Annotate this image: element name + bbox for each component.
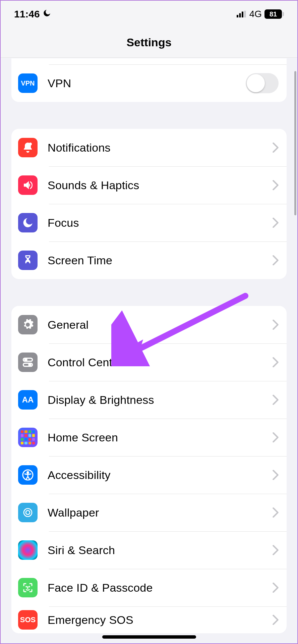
vpn-icon: VPN: [18, 73, 38, 93]
svg-rect-1: [239, 13, 241, 18]
row-label: Display & Brightness: [48, 393, 273, 407]
status-bar: 11:46 4G 81: [1, 1, 297, 28]
scroll-indicator: [294, 71, 296, 215]
svg-point-4: [29, 143, 32, 146]
settings-group-device: General Control Centre AA Display & Brig…: [11, 306, 287, 633]
row-vpn[interactable]: VPN VPN: [11, 64, 287, 102]
home-screen-icon: [18, 428, 38, 447]
row-focus[interactable]: Focus: [11, 204, 287, 241]
row-label: General: [48, 318, 273, 331]
status-time: 11:46: [14, 8, 40, 20]
svg-rect-0: [237, 15, 238, 18]
sos-icon-text: SOS: [20, 615, 36, 624]
chevron-right-icon: [273, 143, 279, 153]
chevron-right-icon: [273, 357, 279, 367]
svg-point-13: [29, 586, 30, 587]
row-label: Accessibility: [48, 469, 273, 482]
row-home-screen[interactable]: Home Screen: [11, 419, 287, 456]
chevron-right-icon: [273, 583, 279, 593]
network-type-label: 4G: [249, 9, 262, 19]
dnd-moon-icon: [43, 8, 51, 20]
row-sounds-haptics[interactable]: Sounds & Haptics: [11, 166, 287, 204]
svg-point-8: [29, 364, 31, 366]
row-label: Face ID & Passcode: [48, 581, 273, 594]
row-label: Home Screen: [48, 431, 273, 444]
vpn-toggle[interactable]: [246, 73, 279, 93]
row-control-centre[interactable]: Control Centre: [11, 343, 287, 381]
sounds-icon: [18, 175, 38, 195]
svg-point-10: [27, 472, 29, 473]
row-label: Focus: [48, 216, 273, 229]
chevron-right-icon: [273, 255, 279, 265]
row-label: Sounds & Haptics: [48, 179, 273, 192]
notifications-icon: [18, 138, 38, 157]
row-emergency-sos[interactable]: SOS Emergency SOS: [11, 606, 287, 633]
svg-point-11: [26, 511, 30, 515]
row-label: Wallpaper: [48, 506, 273, 519]
page-title-label: Settings: [126, 36, 171, 49]
row-siri-search[interactable]: Siri & Search: [11, 531, 287, 569]
chevron-right-icon: [273, 395, 279, 405]
faceid-icon: [18, 578, 38, 597]
chevron-right-icon: [273, 218, 279, 228]
siri-icon: [18, 540, 38, 560]
battery-icon: 81: [264, 9, 284, 19]
vpn-icon-text: VPN: [21, 79, 35, 87]
row-label: Screen Time: [48, 254, 273, 267]
settings-scroll[interactable]: VPN VPN Notifications Sounds & Haptics: [1, 58, 297, 643]
svg-rect-2: [242, 12, 243, 18]
settings-group-attention: Notifications Sounds & Haptics Focus Scr…: [11, 129, 287, 279]
row-label: VPN: [48, 77, 246, 90]
row-label: Emergency SOS: [48, 613, 273, 627]
row-label: Notifications: [48, 141, 273, 154]
row-label: Siri & Search: [48, 544, 273, 557]
status-right: 4G 81: [237, 9, 284, 19]
settings-group-network: VPN VPN: [11, 58, 287, 102]
sos-icon: SOS: [18, 610, 38, 630]
accessibility-icon: [18, 465, 38, 485]
row-accessibility[interactable]: Accessibility: [11, 456, 287, 494]
wallpaper-icon: [18, 503, 38, 522]
home-indicator: [102, 635, 196, 639]
focus-icon: [18, 213, 38, 232]
status-left: 11:46: [14, 8, 51, 20]
row-faceid-passcode[interactable]: Face ID & Passcode: [11, 569, 287, 606]
row-notifications[interactable]: Notifications: [11, 129, 287, 166]
svg-point-6: [25, 359, 27, 361]
row-general[interactable]: General: [11, 306, 287, 343]
control-centre-icon: [18, 353, 38, 372]
chevron-right-icon: [273, 545, 279, 555]
row-wallpaper[interactable]: Wallpaper: [11, 494, 287, 531]
aa-icon-text: AA: [22, 395, 34, 405]
chevron-right-icon: [273, 320, 279, 330]
chevron-right-icon: [273, 432, 279, 442]
chevron-right-icon: [273, 615, 279, 625]
chevron-right-icon: [273, 180, 279, 190]
svg-point-12: [26, 586, 27, 587]
general-gear-icon: [18, 315, 38, 334]
page-title: Settings: [1, 28, 297, 58]
svg-rect-3: [244, 11, 246, 17]
row-display-brightness[interactable]: AA Display & Brightness: [11, 381, 287, 419]
cellular-signal-icon: [237, 11, 247, 17]
screen-time-icon: [18, 251, 38, 270]
display-brightness-icon: AA: [18, 390, 38, 410]
row-screen-time[interactable]: Screen Time: [11, 241, 287, 279]
row-prev-hidden[interactable]: [11, 58, 287, 64]
chevron-right-icon: [273, 470, 279, 480]
row-label: Control Centre: [48, 356, 273, 369]
chevron-right-icon: [273, 507, 279, 518]
